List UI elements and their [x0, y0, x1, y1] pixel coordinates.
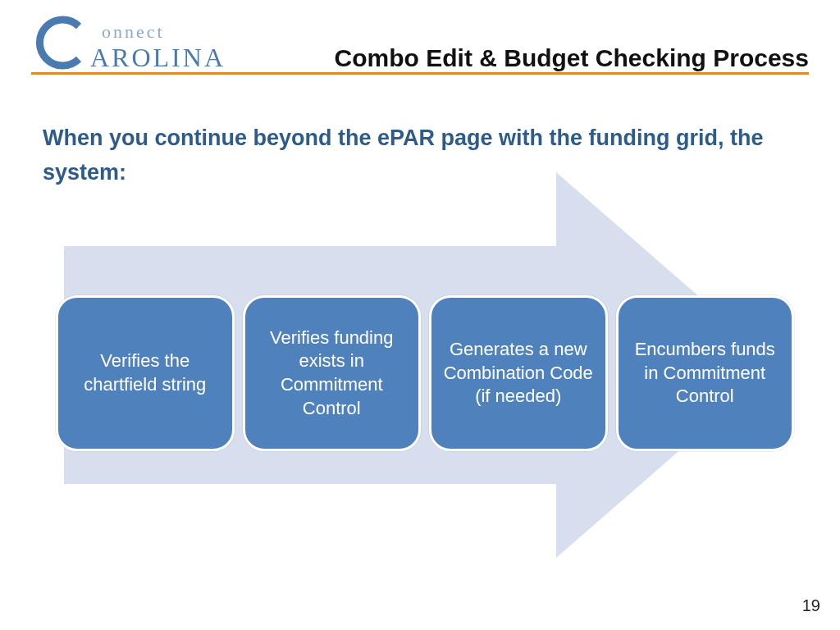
- step-box: Encumbers funds in Commitment Control: [616, 295, 795, 451]
- step-label: Verifies funding exists in Commitment Co…: [255, 326, 409, 420]
- step-label: Verifies the chartfield string: [68, 349, 222, 396]
- logo-text-onnect: onnect: [102, 21, 165, 43]
- step-label: Encumbers funds in Commitment Control: [628, 338, 783, 409]
- logo-text-arolina: AROLINA: [90, 43, 226, 73]
- step-label: Generates a new Combination Code(if need…: [441, 338, 596, 409]
- step-box: Verifies the chartfield string: [56, 295, 235, 451]
- step-box: Verifies funding exists in Commitment Co…: [243, 295, 422, 451]
- header-rule: [31, 72, 809, 75]
- steps-row: Verifies the chartfield string Verifies …: [56, 295, 794, 451]
- logo-c-icon: [31, 15, 89, 72]
- slide: onnect AROLINA Combo Edit & Budget Check…: [0, 0, 840, 630]
- connect-carolina-logo: onnect AROLINA: [31, 15, 89, 75]
- page-number: 19: [802, 596, 820, 615]
- step-box: Generates a new Combination Code(if need…: [429, 295, 608, 451]
- slide-title: Combo Edit & Budget Checking Process: [335, 44, 809, 72]
- header: onnect AROLINA Combo Edit & Budget Check…: [31, 15, 809, 75]
